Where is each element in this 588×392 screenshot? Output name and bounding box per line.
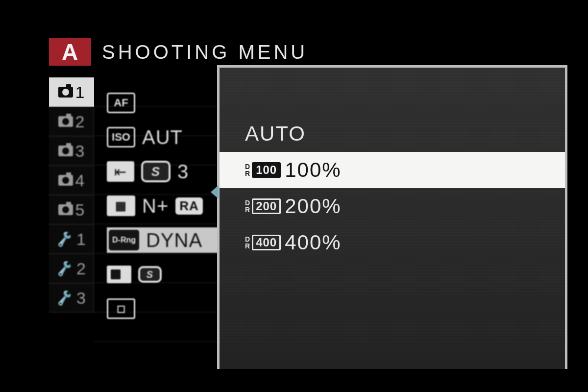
camera-icon — [58, 146, 73, 156]
quality-label: N+ — [142, 195, 169, 217]
dr-badge-number: 400 — [252, 235, 281, 250]
camera-icon — [58, 87, 73, 98]
tab-shooting-5[interactable]: 5 — [49, 195, 94, 224]
tab-shooting-2[interactable]: 2 — [49, 107, 94, 136]
tab-number: 1 — [76, 230, 86, 249]
dr-badge-icon: DR 200 — [245, 198, 281, 214]
option-label: AUTO — [245, 122, 306, 146]
tab-number: 3 — [75, 142, 85, 161]
tab-number: 3 — [76, 289, 86, 308]
menu-tabs: 1 2 3 4 5 🔧 1 🔧 2 🔧 3 — [49, 77, 94, 313]
tab-number: 5 — [75, 200, 85, 220]
film-sim-icon: S — [138, 266, 162, 283]
af-icon: AF — [107, 93, 135, 113]
dynamic-range-label: DYNA — [146, 229, 202, 251]
tab-number: 4 — [75, 171, 85, 190]
option-label: 100% — [285, 158, 341, 182]
popup-item-list: AUTO DR 100 100% DR 200 200% DR 40 — [220, 116, 565, 261]
film-icon — [107, 266, 131, 283]
iso-value: AUT — [142, 126, 183, 148]
popup-option-auto[interactable]: AUTO — [220, 116, 565, 152]
camera-icon — [58, 116, 73, 127]
popup-option-100[interactable]: DR 100 100% — [220, 152, 565, 188]
menu-title: SHOOTING MENU — [102, 41, 308, 63]
tab-number: 1 — [75, 83, 85, 102]
tab-number: 2 — [76, 259, 86, 278]
option-label: 400% — [285, 231, 341, 254]
tab-shooting-3[interactable]: 3 — [49, 136, 94, 166]
tab-shooting-4[interactable]: 4 — [49, 166, 94, 195]
dynamic-range-popup: AUTO DR 100 100% DR 200 200% DR 40 — [217, 65, 567, 369]
iso-icon: ISO — [107, 127, 135, 147]
wrench-icon: 🔧 — [57, 231, 74, 247]
camera-icon — [58, 204, 73, 215]
popup-option-400[interactable]: DR 400 400% — [220, 224, 565, 261]
tab-setup-2[interactable]: 🔧 2 — [49, 254, 94, 283]
raw-badge: RA — [175, 197, 203, 215]
d-rng-icon: D-Rng — [109, 230, 139, 250]
wrench-icon: 🔧 — [57, 261, 74, 277]
option-label: 200% — [285, 195, 341, 218]
mode-indicator: A — [49, 38, 91, 66]
dr-badge-icon: DR 400 — [245, 235, 281, 250]
dr-badge-icon: DR 100 — [245, 162, 281, 178]
size-letter-icon: S — [141, 161, 171, 182]
quality-icon: ▦ — [107, 196, 135, 216]
dr-badge-number: 100 — [252, 162, 281, 178]
self-timer-icon: ◻ — [107, 298, 135, 319]
tab-number: 2 — [75, 112, 85, 131]
image-size-icon: ⇤ — [107, 161, 134, 182]
popup-option-200[interactable]: DR 200 200% — [220, 188, 565, 224]
tab-setup-1[interactable]: 🔧 1 — [49, 224, 94, 254]
size-value: 3 — [177, 161, 189, 183]
tab-setup-3[interactable]: 🔧 3 — [49, 283, 94, 313]
camera-menu-screen: A SHOOTING MENU 1 2 3 4 5 🔧 1 🔧 — [49, 38, 568, 342]
camera-icon — [58, 175, 73, 186]
tab-shooting-1[interactable]: 1 — [49, 77, 94, 107]
dr-badge-number: 200 — [252, 198, 281, 214]
wrench-icon: 🔧 — [57, 290, 74, 306]
popup-pointer-icon — [211, 185, 219, 199]
titlebar: A SHOOTING MENU — [49, 38, 568, 66]
